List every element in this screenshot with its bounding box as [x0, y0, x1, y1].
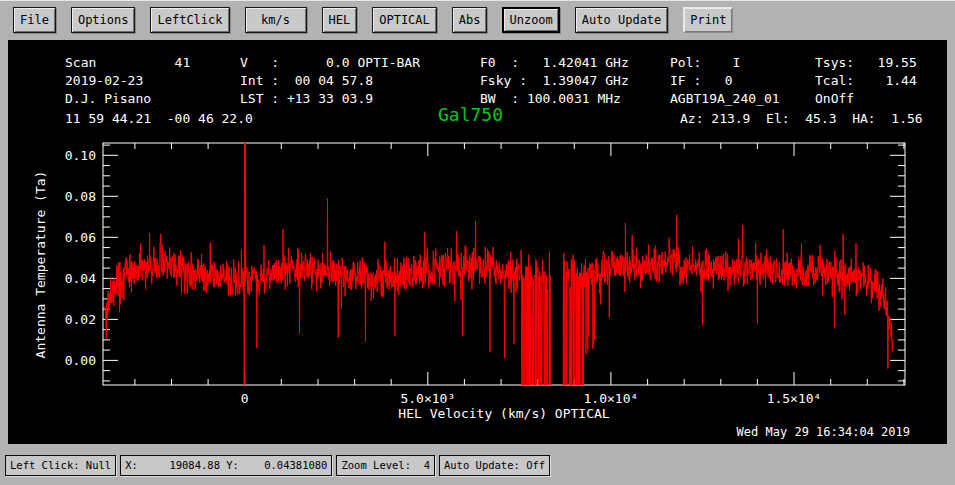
velocity-definition-button[interactable]: OPTICAL — [372, 7, 437, 33]
velocity-frame-button[interactable]: HEL — [322, 7, 358, 33]
options-button[interactable]: Options — [71, 7, 136, 33]
zoom-level-indicator: Zoom Level: 4 — [336, 455, 435, 476]
plot-region: Scan 41 2019-02-23 D.J. Pisano V : 0.0 O… — [8, 40, 947, 444]
left-click-mode-indicator: Left Click: Null — [5, 455, 116, 476]
toolbar: File Options LeftClick km/s HEL OPTICAL … — [0, 0, 955, 39]
x-tick-label: 5.0×10³ — [400, 391, 455, 406]
x-tick-label: 1.0×10⁴ — [584, 391, 639, 406]
print-button[interactable]: Print — [683, 7, 733, 33]
x-tick-label: 0 — [241, 391, 249, 406]
y-tick-label: 0.06 — [65, 230, 96, 245]
y-tick-label: 0.00 — [65, 353, 96, 368]
y-tick-label: 0.02 — [65, 312, 96, 327]
plot-timestamp: Wed May 29 16:34:04 2019 — [737, 425, 910, 439]
cursor-position-readout: X: 19084.88 Y: 0.04381080 — [120, 455, 332, 476]
spectrum-chart[interactable]: 05.0×10³1.0×10⁴1.5×10⁴0.000.020.040.060.… — [8, 40, 947, 444]
file-button[interactable]: File — [13, 7, 56, 33]
leftclick-mode-button[interactable]: LeftClick — [150, 7, 229, 33]
abs-toggle-button[interactable]: Abs — [452, 7, 488, 33]
auto-update-button[interactable]: Auto Update — [575, 7, 668, 33]
y-tick-label: 0.10 — [65, 148, 96, 163]
y-tick-label: 0.04 — [65, 271, 96, 286]
status-bar: Left Click: Null X: 19084.88 Y: 0.043810… — [0, 444, 955, 485]
y-tick-label: 0.08 — [65, 189, 96, 204]
spectrum-trace — [105, 40, 893, 444]
y-axis-label: Antenna Temperature (Ta) — [33, 150, 48, 380]
auto-update-indicator: Auto Update: Off — [439, 455, 550, 476]
unzoom-button[interactable]: Unzoom — [502, 7, 559, 33]
x-tick-label: 1.5×10⁴ — [767, 391, 822, 406]
x-axis-label: HEL Velocity (km/s) OPTICAL — [298, 406, 710, 421]
velocity-units-button[interactable]: km/s — [245, 7, 307, 33]
